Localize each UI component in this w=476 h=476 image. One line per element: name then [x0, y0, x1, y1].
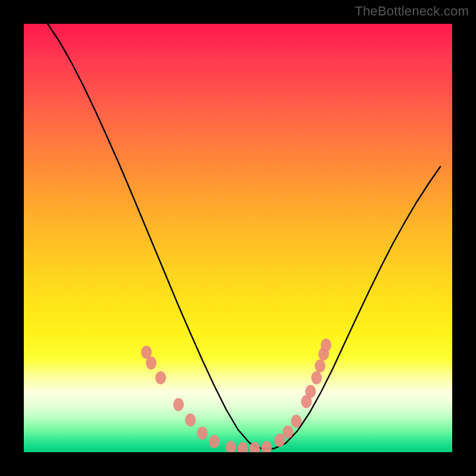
plot-area — [24, 24, 452, 452]
data-marker — [237, 442, 248, 452]
data-marker — [283, 425, 293, 439]
data-marker — [197, 427, 208, 440]
data-marker — [155, 371, 166, 384]
data-marker — [305, 385, 316, 398]
data-marker — [321, 339, 331, 352]
data-marker — [311, 371, 322, 384]
chart-frame: TheBottleneck.com — [0, 0, 476, 476]
watermark-text: TheBottleneck.com — [355, 4, 469, 19]
data-marker — [209, 435, 220, 448]
data-marker — [315, 359, 325, 372]
data-markers — [141, 339, 331, 452]
data-marker — [146, 356, 156, 369]
data-marker — [173, 398, 184, 411]
bottleneck-svg — [24, 24, 452, 452]
bottleneck-curve — [48, 24, 440, 449]
data-marker — [274, 434, 285, 447]
data-marker — [261, 441, 272, 452]
data-marker — [291, 415, 302, 428]
data-marker — [185, 414, 196, 427]
data-marker — [226, 441, 236, 452]
